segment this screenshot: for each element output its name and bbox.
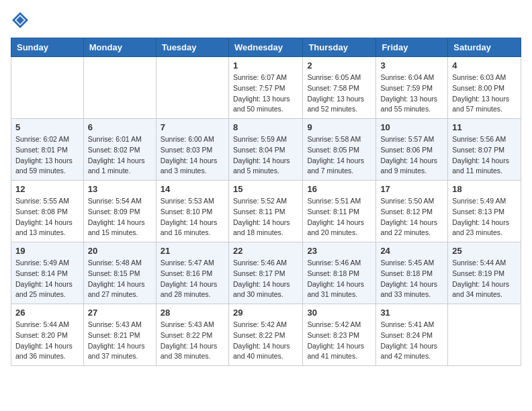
calendar-cell: 24Sunrise: 5:45 AMSunset: 8:18 PMDayligh… <box>376 242 448 304</box>
calendar-cell <box>83 57 156 119</box>
day-number: 10 <box>380 122 443 132</box>
day-number: 16 <box>307 184 371 194</box>
calendar-cell: 25Sunrise: 5:44 AMSunset: 8:19 PMDayligh… <box>448 242 521 304</box>
calendar-cell: 7Sunrise: 6:00 AMSunset: 8:03 PMDaylight… <box>156 119 228 181</box>
day-number: 7 <box>161 122 224 132</box>
day-info: Sunrise: 5:52 AMSunset: 8:11 PMDaylight:… <box>233 196 298 238</box>
day-header-thursday: Thursday <box>303 38 376 57</box>
day-info: Sunrise: 5:51 AMSunset: 8:11 PMDaylight:… <box>307 196 371 238</box>
calendar-cell <box>448 304 521 366</box>
day-info: Sunrise: 6:05 AMSunset: 7:58 PMDaylight:… <box>307 73 371 115</box>
day-number: 25 <box>452 246 517 256</box>
day-number: 26 <box>15 308 79 318</box>
day-info: Sunrise: 5:44 AMSunset: 8:19 PMDaylight:… <box>452 258 517 300</box>
calendar-cell: 12Sunrise: 5:55 AMSunset: 8:08 PMDayligh… <box>11 181 84 242</box>
day-number: 5 <box>15 122 79 132</box>
day-number: 9 <box>307 122 371 132</box>
day-info: Sunrise: 5:50 AMSunset: 8:12 PMDaylight:… <box>380 196 443 238</box>
calendar-cell: 31Sunrise: 5:41 AMSunset: 8:24 PMDayligh… <box>376 304 448 366</box>
calendar-cell: 28Sunrise: 5:43 AMSunset: 8:22 PMDayligh… <box>156 304 228 366</box>
calendar-cell: 2Sunrise: 6:05 AMSunset: 7:58 PMDaylight… <box>303 57 376 119</box>
day-info: Sunrise: 6:04 AMSunset: 7:59 PMDaylight:… <box>380 73 443 115</box>
calendar-cell: 22Sunrise: 5:46 AMSunset: 8:17 PMDayligh… <box>228 242 302 304</box>
calendar-cell: 11Sunrise: 5:56 AMSunset: 8:07 PMDayligh… <box>448 119 521 181</box>
calendar-cell: 29Sunrise: 5:42 AMSunset: 8:22 PMDayligh… <box>228 304 302 366</box>
day-info: Sunrise: 5:58 AMSunset: 8:05 PMDaylight:… <box>307 134 371 177</box>
day-info: Sunrise: 5:59 AMSunset: 8:04 PMDaylight:… <box>233 134 298 177</box>
day-number: 15 <box>233 184 298 194</box>
day-info: Sunrise: 6:03 AMSunset: 8:00 PMDaylight:… <box>452 73 517 115</box>
day-header-saturday: Saturday <box>448 38 521 57</box>
day-number: 31 <box>380 308 443 318</box>
day-number: 28 <box>161 308 224 318</box>
calendar-cell: 10Sunrise: 5:57 AMSunset: 8:06 PMDayligh… <box>376 119 448 181</box>
calendar-cell: 23Sunrise: 5:46 AMSunset: 8:18 PMDayligh… <box>303 242 376 304</box>
day-number: 6 <box>88 122 152 132</box>
logo-icon <box>11 11 30 30</box>
day-header-friday: Friday <box>376 38 448 57</box>
day-info: Sunrise: 5:43 AMSunset: 8:22 PMDaylight:… <box>161 320 224 362</box>
calendar-cell <box>156 57 228 119</box>
calendar-cell: 27Sunrise: 5:43 AMSunset: 8:21 PMDayligh… <box>83 304 156 366</box>
day-info: Sunrise: 5:45 AMSunset: 8:18 PMDaylight:… <box>380 258 443 300</box>
calendar-cell: 8Sunrise: 5:59 AMSunset: 8:04 PMDaylight… <box>228 119 302 181</box>
day-info: Sunrise: 5:57 AMSunset: 8:06 PMDaylight:… <box>380 134 443 177</box>
day-info: Sunrise: 5:42 AMSunset: 8:23 PMDaylight:… <box>307 320 371 362</box>
day-info: Sunrise: 5:53 AMSunset: 8:10 PMDaylight:… <box>161 196 224 238</box>
day-header-sunday: Sunday <box>11 38 84 57</box>
day-header-wednesday: Wednesday <box>228 38 302 57</box>
calendar-cell: 18Sunrise: 5:49 AMSunset: 8:13 PMDayligh… <box>448 181 521 242</box>
day-info: Sunrise: 5:46 AMSunset: 8:18 PMDaylight:… <box>307 258 371 300</box>
day-number: 23 <box>307 246 371 256</box>
calendar-header-row: SundayMondayTuesdayWednesdayThursdayFrid… <box>11 38 521 57</box>
calendar-cell: 9Sunrise: 5:58 AMSunset: 8:05 PMDaylight… <box>303 119 376 181</box>
day-number: 8 <box>233 122 298 132</box>
calendar-cell: 15Sunrise: 5:52 AMSunset: 8:11 PMDayligh… <box>228 181 302 242</box>
day-number: 18 <box>452 184 517 194</box>
day-number: 21 <box>161 246 224 256</box>
page-header <box>11 11 521 30</box>
day-number: 11 <box>452 122 517 132</box>
day-number: 2 <box>307 60 371 71</box>
calendar-cell: 13Sunrise: 5:54 AMSunset: 8:09 PMDayligh… <box>83 181 156 242</box>
calendar-cell: 17Sunrise: 5:50 AMSunset: 8:12 PMDayligh… <box>376 181 448 242</box>
day-number: 27 <box>88 308 152 318</box>
calendar-cell: 3Sunrise: 6:04 AMSunset: 7:59 PMDaylight… <box>376 57 448 119</box>
day-info: Sunrise: 5:44 AMSunset: 8:20 PMDaylight:… <box>15 320 79 362</box>
calendar-cell: 16Sunrise: 5:51 AMSunset: 8:11 PMDayligh… <box>303 181 376 242</box>
day-info: Sunrise: 5:49 AMSunset: 8:13 PMDaylight:… <box>452 196 517 238</box>
calendar-cell: 4Sunrise: 6:03 AMSunset: 8:00 PMDaylight… <box>448 57 521 119</box>
day-info: Sunrise: 6:01 AMSunset: 8:02 PMDaylight:… <box>88 134 152 177</box>
day-number: 14 <box>161 184 224 194</box>
day-info: Sunrise: 5:55 AMSunset: 8:08 PMDaylight:… <box>15 196 79 238</box>
day-number: 24 <box>380 246 443 256</box>
calendar-cell: 6Sunrise: 6:01 AMSunset: 8:02 PMDaylight… <box>83 119 156 181</box>
calendar-table: SundayMondayTuesdayWednesdayThursdayFrid… <box>11 38 521 366</box>
day-number: 20 <box>88 246 152 256</box>
calendar-week-2: 5Sunrise: 6:02 AMSunset: 8:01 PMDaylight… <box>11 119 521 181</box>
day-header-monday: Monday <box>83 38 156 57</box>
day-number: 29 <box>233 308 298 318</box>
day-info: Sunrise: 5:49 AMSunset: 8:14 PMDaylight:… <box>15 258 79 300</box>
calendar-cell: 20Sunrise: 5:48 AMSunset: 8:15 PMDayligh… <box>83 242 156 304</box>
day-info: Sunrise: 5:46 AMSunset: 8:17 PMDaylight:… <box>233 258 298 300</box>
day-info: Sunrise: 5:56 AMSunset: 8:07 PMDaylight:… <box>452 134 517 177</box>
day-info: Sunrise: 5:48 AMSunset: 8:15 PMDaylight:… <box>88 258 152 300</box>
day-number: 22 <box>233 246 298 256</box>
calendar-cell <box>11 57 84 119</box>
day-number: 17 <box>380 184 443 194</box>
day-number: 3 <box>380 60 443 71</box>
day-number: 19 <box>15 246 79 256</box>
calendar-cell: 1Sunrise: 6:07 AMSunset: 7:57 PMDaylight… <box>228 57 302 119</box>
day-info: Sunrise: 5:54 AMSunset: 8:09 PMDaylight:… <box>88 196 152 238</box>
calendar-cell: 14Sunrise: 5:53 AMSunset: 8:10 PMDayligh… <box>156 181 228 242</box>
calendar-cell: 26Sunrise: 5:44 AMSunset: 8:20 PMDayligh… <box>11 304 84 366</box>
logo <box>11 11 32 30</box>
calendar-week-5: 26Sunrise: 5:44 AMSunset: 8:20 PMDayligh… <box>11 304 521 366</box>
day-number: 4 <box>452 60 517 71</box>
day-number: 12 <box>15 184 79 194</box>
day-header-tuesday: Tuesday <box>156 38 228 57</box>
day-info: Sunrise: 5:43 AMSunset: 8:21 PMDaylight:… <box>88 320 152 362</box>
day-number: 1 <box>233 60 298 71</box>
day-info: Sunrise: 5:41 AMSunset: 8:24 PMDaylight:… <box>380 320 443 362</box>
